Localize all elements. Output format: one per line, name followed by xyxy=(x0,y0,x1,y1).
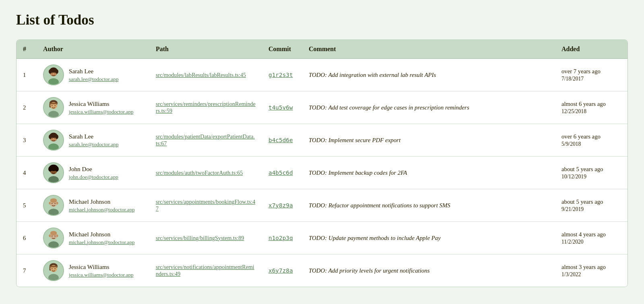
avatar xyxy=(43,162,64,183)
svg-point-34 xyxy=(52,170,52,171)
author-email-link[interactable]: sarah.lee@todoctor.app xyxy=(69,141,118,148)
row-num: 5 xyxy=(17,189,37,222)
path-link[interactable]: src/services/reminders/prescriptionRemin… xyxy=(156,101,256,114)
table-row: 4 John Doe xyxy=(17,157,627,189)
svg-point-6 xyxy=(56,69,58,74)
comment-text: TODO: Update payment methods to include … xyxy=(309,235,441,241)
svg-point-43 xyxy=(49,202,51,204)
svg-point-49 xyxy=(50,231,57,235)
commit-cell: a4b5c6d xyxy=(262,157,302,189)
author-name: Sarah Lee xyxy=(69,68,118,75)
svg-point-53 xyxy=(56,234,58,237)
todos-table-container: # Author Path Commit Comment Added 1 xyxy=(16,39,628,287)
col-header-author: Author xyxy=(37,40,149,59)
comment-text: TODO: Implement secure PDF export xyxy=(309,137,400,143)
author-cell: Michael Johnson michael.johnson@todoctor… xyxy=(37,189,149,222)
path-cell: src/modules/patientData/exportPatientDat… xyxy=(149,124,262,157)
author-email-link[interactable]: michael.johnson@todoctor.app xyxy=(69,207,135,213)
path-cell: src/services/appointments/bookingFlow.ts… xyxy=(149,189,262,222)
todos-table: # Author Path Commit Comment Added 1 xyxy=(17,40,627,287)
col-header-num: # xyxy=(17,40,37,59)
added-relative: over 7 years ago xyxy=(561,68,621,75)
path-cell: src/modules/labResults/labResults.ts:45 xyxy=(149,59,262,91)
commit-link[interactable]: g1r2s3t xyxy=(268,72,293,78)
path-link[interactable]: src/services/billing/billingSystem.ts:89 xyxy=(156,235,244,241)
table-header-row: # Author Path Commit Comment Added xyxy=(17,40,627,59)
author-email-link[interactable]: jessica.williams@todoctor.app xyxy=(69,272,134,278)
svg-point-41 xyxy=(52,203,52,204)
added-cell: over 6 years ago 5/9/2018 xyxy=(555,124,627,157)
path-link[interactable]: src/modules/auth/twoFactorAuth.ts:65 xyxy=(156,170,243,176)
table-row: 2 xyxy=(17,91,627,124)
svg-point-5 xyxy=(49,69,52,74)
svg-point-24 xyxy=(56,134,58,139)
avatar xyxy=(43,227,64,248)
comment-cell: TODO: Implement backup codes for 2FA xyxy=(302,157,555,189)
added-cell: almost 6 years ago 12/25/2018 xyxy=(555,91,627,124)
svg-point-33 xyxy=(55,166,59,172)
commit-link[interactable]: b4c5d6e xyxy=(268,137,293,143)
table-row: 6 xyxy=(17,222,627,254)
author-name: Jessica Williams xyxy=(69,100,134,108)
comment-text: TODO: Implement backup codes for 2FA xyxy=(309,170,407,176)
col-header-added: Added xyxy=(555,40,627,59)
path-link[interactable]: src/services/notifications/appointmentRe… xyxy=(156,264,254,277)
author-cell: Michael Johnson michael.johnson@todoctor… xyxy=(37,222,149,254)
added-relative: about 5 years ago xyxy=(561,199,621,205)
author-email-link[interactable]: jessica.williams@todoctor.app xyxy=(69,109,134,115)
commit-link[interactable]: x7y8z9a xyxy=(268,202,293,209)
avatar xyxy=(43,195,64,216)
author-name: Michael Johnson xyxy=(69,231,135,238)
commit-link[interactable]: a4b5c6d xyxy=(268,170,293,176)
author-name: Sarah Lee xyxy=(69,133,118,140)
added-cell: about 5 years ago 9/21/2019 xyxy=(555,189,627,222)
commit-cell: b4c5d6e xyxy=(262,124,302,157)
added-date: 11/2/2020 xyxy=(561,239,621,245)
added-relative: over 6 years ago xyxy=(561,133,621,140)
comment-text: TODO: Add integration with external lab … xyxy=(309,72,436,78)
table-row: 3 Sarah Lee xyxy=(17,124,627,157)
svg-point-42 xyxy=(55,203,56,204)
comment-cell: TODO: Update payment methods to include … xyxy=(302,222,555,254)
path-link[interactable]: src/modules/labResults/labResults.ts:45 xyxy=(156,72,246,78)
commit-cell: x6y7z8a xyxy=(262,254,302,287)
path-link[interactable]: src/services/appointments/bookingFlow.ts… xyxy=(156,199,255,212)
svg-point-40 xyxy=(50,198,57,203)
added-cell: almost 4 years ago 11/2/2020 xyxy=(555,222,627,254)
added-date: 10/12/2019 xyxy=(561,174,621,180)
commit-cell: x7y8z9a xyxy=(262,189,302,222)
added-date: 12/25/2018 xyxy=(561,108,621,115)
added-cell: almost 3 years ago 1/3/2022 xyxy=(555,254,627,287)
added-date: 5/9/2018 xyxy=(561,141,621,147)
svg-point-32 xyxy=(48,166,52,172)
commit-cell: t4u5v6w xyxy=(262,91,302,124)
author-email-link[interactable]: michael.johnson@todoctor.app xyxy=(69,239,135,246)
author-cell: Sarah Lee sarah.lee@todoctor.app xyxy=(37,124,149,157)
commit-link[interactable]: t4u5v6w xyxy=(268,104,293,111)
author-email-link[interactable]: sarah.lee@todoctor.app xyxy=(69,76,118,83)
path-cell: src/modules/auth/twoFactorAuth.ts:65 xyxy=(149,157,262,189)
added-relative: almost 4 years ago xyxy=(561,231,621,238)
svg-point-7 xyxy=(52,72,52,73)
comment-text: TODO: Refactor appointment notifications… xyxy=(309,202,450,209)
svg-rect-62 xyxy=(50,266,57,267)
row-num: 6 xyxy=(17,222,37,254)
path-link[interactable]: src/modules/patientData/exportPatientDat… xyxy=(156,133,255,147)
row-num: 4 xyxy=(17,157,37,189)
svg-point-35 xyxy=(55,170,56,171)
author-email-link[interactable]: john.doe@todoctor.app xyxy=(69,174,118,180)
path-cell: src/services/billing/billingSystem.ts:89 xyxy=(149,222,262,254)
row-num: 3 xyxy=(17,124,37,157)
commit-cell: n1o2p3q xyxy=(262,222,302,254)
added-date: 9/21/2019 xyxy=(561,206,621,213)
author-cell: Jessica Williams jessica.williams@todoct… xyxy=(37,91,149,124)
avatar xyxy=(43,97,64,118)
svg-point-60 xyxy=(52,268,52,269)
commit-link[interactable]: x6y7z8a xyxy=(268,267,293,274)
svg-point-16 xyxy=(55,105,56,106)
comment-cell: TODO: Implement secure PDF export xyxy=(302,124,555,157)
col-header-path: Path xyxy=(149,40,262,59)
table-row: 7 xyxy=(17,254,627,287)
commit-link[interactable]: n1o2p3q xyxy=(268,235,293,241)
svg-point-23 xyxy=(49,134,52,139)
